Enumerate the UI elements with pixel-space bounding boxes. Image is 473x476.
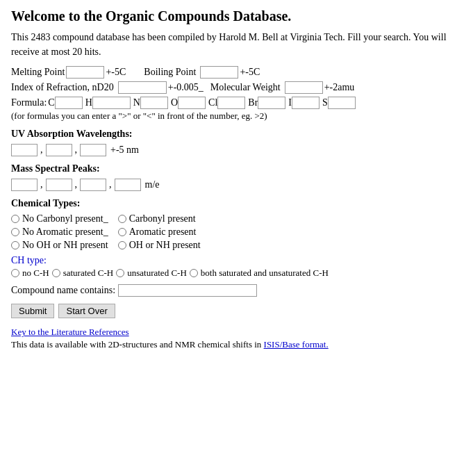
no-carbonyl-label: No Carbonyl present_: [22, 213, 108, 224]
formula-cl-label: Cl: [208, 97, 217, 108]
formula-i-input[interactable]: [292, 97, 320, 109]
no-aromatic-label: No Aromatic present_: [22, 227, 108, 238]
isis-link[interactable]: ISIS/Base format.: [264, 339, 329, 350]
refraction-input[interactable]: [118, 81, 167, 94]
compound-name-input[interactable]: [118, 284, 257, 297]
formula-o-label: O: [171, 97, 178, 108]
no-ohnh-radio[interactable]: [11, 241, 19, 249]
mass-input-2[interactable]: [46, 179, 72, 191]
button-row: Submit Start Over: [11, 304, 462, 318]
no-ch-radio[interactable]: [11, 269, 19, 277]
refraction-suffix: +-0.005_: [168, 82, 204, 93]
ohnh-radio[interactable]: [118, 241, 126, 249]
compound-name-row: Compound name contains:: [11, 284, 462, 297]
page-title: Welcome to the Organic Compounds Databas…: [11, 8, 462, 24]
saturated-ch-radio[interactable]: [52, 269, 60, 277]
both-ch-radio[interactable]: [190, 269, 198, 277]
ch-type-row: no C-H saturated C-H unsaturated C-H bot…: [11, 268, 462, 279]
chemical-types-group: No Carbonyl present_ Carbonyl present No…: [11, 213, 462, 251]
start-over-button[interactable]: Start Over: [58, 304, 115, 318]
ch-type-label: CH type:: [11, 255, 462, 266]
both-ch-label: both saturated and unsaturated C-H: [201, 268, 329, 279]
formula-c-label: C: [48, 97, 54, 108]
melting-suffix: +-5C: [106, 67, 126, 78]
carbonyl-radio[interactable]: [118, 215, 126, 223]
unsaturated-ch-label: unsaturated C-H: [127, 268, 187, 279]
ohnh-row: No OH or NH present OH or NH present: [11, 240, 462, 251]
uv-input-2[interactable]: [46, 144, 72, 156]
no-carbonyl-radio[interactable]: [11, 215, 19, 223]
formula-label: Formula:: [11, 97, 47, 108]
molweight-input[interactable]: [285, 81, 323, 94]
ohnh-label: OH or NH present: [129, 240, 201, 251]
saturated-ch-label: saturated C-H: [63, 268, 114, 279]
melting-boiling-row: Melting Point +-5C Boiling Point +-5C: [11, 66, 462, 79]
intro-text: This 2483 compound database has been com…: [11, 30, 462, 59]
uv-suffix: +-5 nm: [110, 145, 139, 156]
mass-input-4[interactable]: [115, 179, 141, 191]
mass-suffix: m/e: [145, 179, 160, 190]
mass-row: , , , m/e: [11, 179, 462, 191]
footer: Key to the Literature References This da…: [11, 327, 462, 350]
formula-n-input[interactable]: [140, 97, 168, 109]
no-aromatic-radio[interactable]: [11, 228, 19, 236]
aromatic-radio[interactable]: [118, 228, 126, 236]
chem-title: Chemical Types:: [11, 198, 462, 209]
mass-input-3[interactable]: [80, 179, 106, 191]
formula-c-input[interactable]: [55, 97, 83, 109]
boiling-input[interactable]: [200, 66, 238, 79]
formula-s-label: S: [322, 97, 328, 108]
formula-br-label: Br: [248, 97, 258, 108]
molweight-suffix: +-2amu: [324, 82, 355, 93]
uv-title: UV Absorption Wavelengths:: [11, 129, 462, 140]
formula-n-label: N: [133, 97, 140, 108]
formula-row: Formula: C H N O Cl Br I S: [11, 97, 462, 109]
refraction-molweight-row: Index of Refraction, nD20 +-0.005_ Molec…: [11, 81, 462, 94]
unsaturated-ch-radio[interactable]: [116, 269, 124, 277]
submit-button[interactable]: Submit: [11, 304, 54, 318]
formula-note: (for formulas you can enter a ">" or "<"…: [11, 110, 462, 122]
formula-h-input[interactable]: [92, 97, 131, 109]
melting-input[interactable]: [66, 66, 104, 79]
compound-name-label: Compound name contains:: [11, 285, 115, 296]
no-ch-label: no C-H: [22, 268, 49, 279]
melting-label: Melting Point: [11, 67, 65, 78]
mass-title: Mass Spectral Peaks:: [11, 163, 462, 174]
no-ohnh-label: No OH or NH present: [22, 240, 108, 251]
refraction-label: Index of Refraction, nD20: [11, 82, 114, 93]
formula-o-input[interactable]: [178, 97, 206, 109]
uv-input-1[interactable]: [11, 144, 38, 156]
literature-link[interactable]: Key to the Literature References: [11, 327, 129, 337]
aromatic-row: No Aromatic present_ Aromatic present: [11, 227, 462, 238]
uv-row: , , +-5 nm: [11, 144, 462, 156]
mass-input-1[interactable]: [11, 179, 38, 191]
aromatic-label: Aromatic present: [129, 227, 197, 238]
boiling-suffix: +-5C: [240, 67, 260, 78]
boiling-label: Boiling Point: [144, 67, 196, 78]
formula-s-input[interactable]: [328, 97, 356, 109]
uv-input-3[interactable]: [80, 144, 106, 156]
carbonyl-label: Carbonyl present: [129, 213, 196, 224]
formula-h-label: H: [85, 97, 92, 108]
formula-cl-input[interactable]: [217, 97, 245, 109]
footer-text: This data is available with 2D-structure…: [11, 339, 462, 350]
carbonyl-row: No Carbonyl present_ Carbonyl present: [11, 213, 462, 224]
molweight-label: Molecular Weight: [210, 82, 281, 93]
formula-br-input[interactable]: [258, 97, 285, 109]
